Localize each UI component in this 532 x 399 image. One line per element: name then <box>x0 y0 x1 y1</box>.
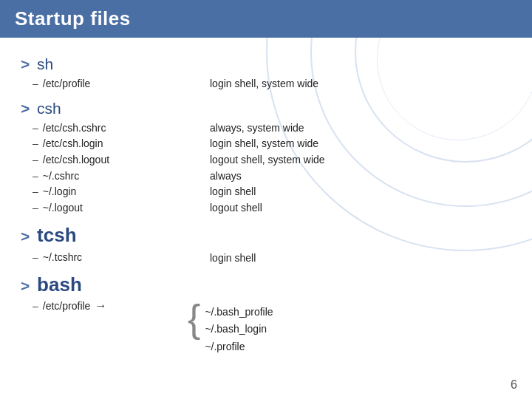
bash-arrow-box: { ~/.bash_profile ~/.bash_login ~/.profi… <box>188 299 273 356</box>
bash-brace-icon: { <box>188 299 200 338</box>
bash-files-list: ~/.bash_profile ~/.bash_login ~/.profile <box>205 299 273 356</box>
section-sh-label: sh <box>37 55 53 72</box>
list-item: – /etc/csh.login <box>33 136 180 152</box>
item-text: ~/.tcshrc <box>43 250 82 266</box>
desc-line: always, system wide <box>210 120 325 137</box>
desc-line: login shell <box>210 184 325 200</box>
section-csh-row: – /etc/csh.cshrc – /etc/csh.login – /etc… <box>33 120 511 216</box>
section-csh-items: – /etc/csh.cshrc – /etc/csh.login – /etc… <box>33 120 180 216</box>
section-csh-arrow: > <box>21 100 30 117</box>
dash-icon: – <box>33 300 38 312</box>
section-bash-title: > bash <box>21 273 511 296</box>
list-item: – ~/.tcshrc <box>33 250 180 266</box>
dash-icon: – <box>33 168 38 185</box>
item-text: /etc/csh.logout <box>43 152 109 168</box>
section-sh-arrow: > <box>21 55 30 72</box>
section-bash-row: – /etc/profile → { ~/.bash_profile ~/.ba… <box>33 299 511 356</box>
item-text: ~/.cshrc <box>43 168 79 185</box>
section-csh-label: csh <box>37 100 61 117</box>
dash-icon: – <box>33 184 38 200</box>
list-item: – /etc/csh.cshrc <box>33 120 180 137</box>
dash-icon: – <box>33 136 38 152</box>
list-item: – ~/.logout <box>33 200 180 216</box>
bash-file-item: ~/.bash_login <box>205 321 273 338</box>
item-text: /etc/csh.cshrc <box>43 120 106 137</box>
list-item: – ~/.cshrc <box>33 168 180 185</box>
bash-file-item: ~/.bash_profile <box>205 304 273 321</box>
list-item: – /etc/profile <box>33 76 180 92</box>
right-arrow-icon: → <box>95 299 106 313</box>
item-text: /etc/profile <box>43 76 91 92</box>
desc-line: logout shell <box>210 200 325 216</box>
section-csh-descriptions: always, system wide login shell, system … <box>210 120 325 216</box>
section-sh-descriptions: login shell, system wide <box>210 76 318 92</box>
section-bash-label: bash <box>37 273 82 296</box>
bash-file-item: ~/.profile <box>205 338 273 356</box>
section-bash-arrow: > <box>21 277 30 294</box>
section-tcsh-items: – ~/.tcshrc <box>33 250 180 266</box>
desc-line: always <box>210 168 325 185</box>
section-csh-title: > csh <box>21 100 511 117</box>
desc-line: logout shell, system wide <box>210 152 325 168</box>
list-item: – /etc/csh.logout <box>33 152 180 168</box>
section-sh-items: – /etc/profile <box>33 76 180 92</box>
bash-prefix-text: /etc/profile <box>43 300 91 312</box>
item-text: ~/.login <box>43 184 77 200</box>
section-tcsh-title: > tcsh <box>21 224 511 247</box>
section-bash-left: – /etc/profile → <box>33 299 180 313</box>
dash-icon: – <box>33 250 38 266</box>
main-content: > sh – /etc/profile login shell, system … <box>0 38 532 364</box>
desc-line: login shell, system wide <box>210 136 325 152</box>
item-text: /etc/csh.login <box>43 136 103 152</box>
list-item: – ~/.login <box>33 184 180 200</box>
dash-icon: – <box>33 152 38 168</box>
dash-icon: – <box>33 200 38 216</box>
desc-line: login shell, system wide <box>210 76 318 92</box>
dash-icon: – <box>33 120 38 137</box>
dash-icon: – <box>33 76 38 92</box>
section-sh-title: > sh <box>21 55 511 73</box>
page-title: Startup files <box>15 7 517 30</box>
header-bar: Startup files <box>0 0 532 38</box>
page-number: 6 <box>511 378 517 392</box>
section-tcsh-description: login shell <box>210 252 256 264</box>
section-tcsh-row: – ~/.tcshrc login shell <box>33 250 511 266</box>
section-tcsh-arrow: > <box>21 228 30 245</box>
item-text: ~/.logout <box>43 200 83 216</box>
section-tcsh-label: tcsh <box>37 224 76 246</box>
section-sh-row: – /etc/profile login shell, system wide <box>33 76 511 92</box>
